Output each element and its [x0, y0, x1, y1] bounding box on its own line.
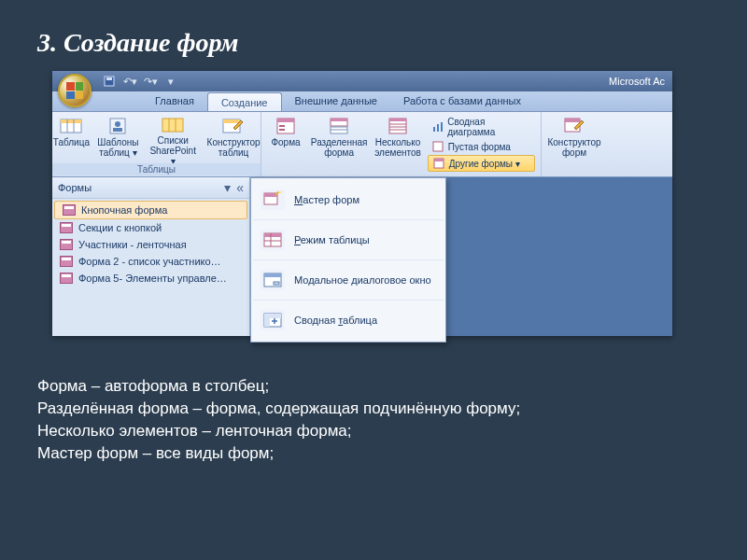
navpane-header[interactable]: Формы ▾ « — [52, 177, 249, 199]
svg-rect-29 — [441, 122, 443, 132]
nav-item-4[interactable]: Форма 5- Элементы управле… — [52, 270, 249, 287]
more-forms-dropdown: Мастер форм Режим таблицы Модальное диал… — [250, 177, 446, 343]
qat-customize-icon[interactable]: ▾ — [164, 75, 177, 88]
nav-item-0[interactable]: Кнопочная форма — [54, 201, 247, 219]
form-button[interactable]: Форма — [265, 114, 306, 164]
ribbon: Таблица Шаблоны таблиц ▾ Списки SharePoi… — [52, 112, 672, 177]
undo-icon[interactable]: ↶▾ — [123, 75, 136, 88]
multiple-items-button[interactable]: Несколько элементов — [372, 114, 424, 164]
titlebar: ↶▾ ↷▾ ▾ Microsoft Ac — [52, 71, 672, 91]
tab-home[interactable]: Главная — [142, 91, 207, 111]
svg-rect-43 — [264, 273, 281, 277]
dropdown-label: Модальное диалоговое окно — [294, 274, 431, 286]
svg-rect-17 — [279, 129, 285, 131]
svg-rect-39 — [264, 233, 281, 237]
svg-rect-23 — [389, 119, 406, 121]
pivot-chart-button[interactable]: Сводная диаграмма — [428, 116, 535, 138]
form-object-icon — [60, 239, 73, 250]
svg-rect-15 — [277, 119, 294, 122]
ribbon-tabs: Главная Создание Внешние данные Работа с… — [52, 91, 672, 112]
svg-rect-3 — [61, 119, 81, 123]
form-wizard-icon — [261, 189, 285, 210]
form-wizard-item[interactable]: Мастер форм — [253, 180, 444, 219]
svg-rect-44 — [274, 282, 279, 285]
tab-external-data[interactable]: Внешние данные — [282, 91, 390, 111]
more-forms-icon — [432, 157, 445, 170]
tab-create[interactable]: Создание — [207, 92, 282, 111]
pivot-chart-icon — [431, 120, 444, 133]
svg-rect-32 — [434, 159, 444, 161]
table-designer-icon — [221, 116, 246, 136]
workspace: Формы ▾ « Кнопочная форма Секции с кнопк… — [52, 177, 672, 336]
svg-rect-30 — [433, 142, 443, 151]
document-area: Мастер форм Режим таблицы Модальное диал… — [250, 177, 672, 336]
modal-dialog-icon — [261, 270, 285, 290]
more-forms-button[interactable]: Другие формы ▾ — [428, 155, 535, 172]
pivot-table-icon — [261, 310, 285, 330]
form-icon — [274, 116, 298, 136]
blank-form-icon — [431, 140, 444, 153]
office-button[interactable] — [58, 74, 92, 107]
datasheet-icon — [261, 230, 285, 250]
table-templates-icon — [106, 116, 130, 136]
svg-point-7 — [115, 121, 120, 127]
quick-access-toolbar: ↶▾ ↷▾ ▾ — [103, 75, 177, 88]
svg-rect-16 — [279, 125, 285, 127]
split-form-icon — [327, 116, 351, 136]
table-designer-button[interactable]: Конструктор таблиц — [204, 114, 263, 164]
split-form-button[interactable]: Разделенная форма — [308, 114, 370, 164]
slide-title: 3. Создание форм — [0, 0, 747, 71]
access-window: ↶▾ ↷▾ ▾ Microsoft Ac Главная Создание Вн… — [52, 71, 672, 336]
navpane-collapse-icon[interactable]: « — [236, 180, 244, 195]
datasheet-item[interactable]: Режим таблицы — [253, 219, 444, 259]
group-label-tables: Таблицы — [52, 163, 261, 175]
multiple-items-icon — [386, 116, 410, 136]
navpane-filter-icon[interactable]: ▾ — [224, 180, 231, 195]
blank-form-button[interactable]: Пустая форма — [428, 139, 535, 154]
svg-rect-47 — [264, 314, 281, 318]
save-icon[interactable] — [103, 75, 116, 88]
table-templates-button[interactable]: Шаблоны таблиц ▾ — [94, 114, 142, 164]
svg-rect-19 — [331, 119, 347, 121]
nav-item-3[interactable]: Форма 2 - список участнико… — [52, 253, 249, 270]
navigation-pane: Формы ▾ « Кнопочная форма Секции с кнопк… — [52, 177, 250, 336]
svg-rect-36 — [264, 193, 277, 197]
form-object-icon — [60, 222, 73, 233]
pivot-table-item[interactable]: Сводная таблица — [253, 300, 444, 340]
nav-item-1[interactable]: Секции с кнопкой — [52, 219, 249, 236]
svg-rect-1 — [106, 77, 112, 80]
sharepoint-lists-button[interactable]: Списки SharePoint ▾ — [144, 114, 203, 164]
form-object-icon — [63, 204, 76, 216]
svg-rect-8 — [113, 128, 122, 132]
svg-rect-27 — [433, 127, 435, 132]
slide-notes: Форма – автоформа в столбец; Разделённая… — [0, 336, 747, 465]
sharepoint-icon — [161, 116, 185, 134]
svg-rect-34 — [565, 119, 580, 122]
modal-dialog-item[interactable]: Модальное диалоговое окно — [253, 259, 444, 300]
form-object-icon — [60, 273, 73, 284]
table-button[interactable]: Таблица — [50, 114, 93, 164]
svg-rect-28 — [437, 124, 439, 132]
dropdown-label: Сводная таблица — [294, 315, 377, 326]
app-title: Microsoft Ac — [609, 76, 665, 87]
nav-item-2[interactable]: Участники - ленточная — [52, 236, 249, 253]
svg-rect-13 — [223, 119, 240, 123]
table-icon — [59, 116, 83, 136]
form-designer-icon — [562, 116, 586, 136]
form-object-icon — [60, 256, 73, 267]
dropdown-label: Режим таблицы — [294, 234, 370, 245]
redo-icon[interactable]: ↷▾ — [144, 75, 157, 88]
dropdown-label: Мастер форм — [294, 194, 359, 205]
tab-database-tools[interactable]: Работа с базами данных — [390, 91, 534, 111]
form-designer-button[interactable]: Конструктор форм — [543, 114, 604, 164]
svg-rect-9 — [162, 119, 183, 132]
